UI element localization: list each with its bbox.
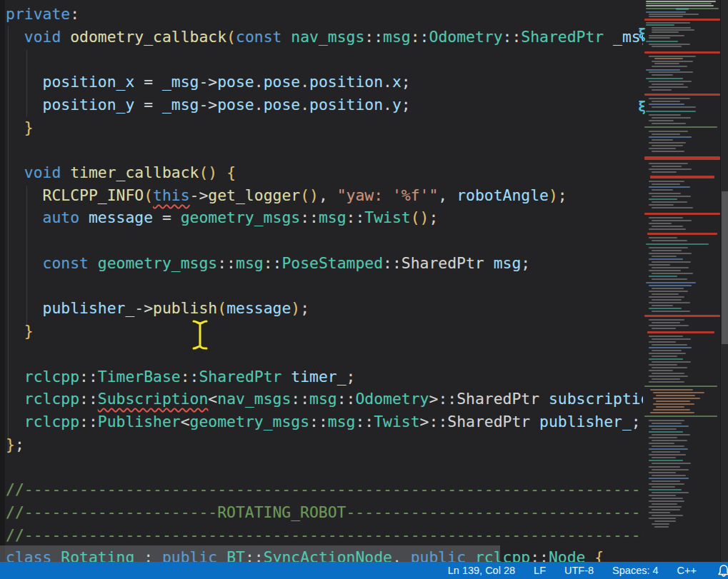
code-line[interactable]: position_x = _msg->pose.pose.position.x; [6,71,643,94]
minimap-line [652,378,680,380]
minimap-line [649,483,684,485]
code-line[interactable]: }; [6,433,643,456]
minimap-line [652,256,677,257]
code-line[interactable] [6,229,643,252]
code-line[interactable]: //---------------------ROTATING_ROBOT---… [6,501,643,524]
minimap-line [652,101,680,102]
minimap-line [649,341,676,343]
code-line[interactable]: RCLCPP_INFO(this->get_logger(), "yaw: '%… [6,184,643,207]
minimap-line [644,386,717,387]
code-line[interactable]: void odometry_callback(const nav_msgs::m… [6,26,643,49]
code-line[interactable]: position_y = _msg->pose.pose.position.y; [6,94,643,116]
minimap-line [653,409,690,411]
minimap-line [649,376,688,377]
code-line[interactable]: publisher_->publish(message); [6,297,643,320]
code-line[interactable]: void timer_callback() { [6,161,643,184]
minimap-line [649,131,688,132]
minimap-line [649,296,684,298]
minimap-line [652,145,683,146]
statusbar-item-line-col[interactable]: Ln 139, Col 28 [448,565,515,576]
code-line[interactable]: auto message = geometry_msgs::msg::Twist… [6,206,643,229]
minimap-line [649,114,681,116]
minimap-line [649,291,688,292]
code-line[interactable]: const geometry_msgs::msg::PoseStamped::S… [6,252,643,275]
minimap-line [649,168,692,170]
gutter-edge [0,0,5,562]
minimap-line [652,267,689,268]
minimap-line [652,498,683,499]
minimap-line [649,186,690,188]
code-line[interactable]: rclcpp::TimerBase::SharedPtr timer_; [6,366,643,388]
minimap-line [649,506,682,508]
minimap-line [649,228,686,230]
code-line[interactable] [6,48,643,71]
statusbar-item-eol[interactable]: LF [534,565,546,576]
code-line[interactable] [6,139,643,161]
minimap-line [646,24,674,26]
minimap-line [649,478,689,479]
minimap-line [649,426,689,427]
minimap-line [649,302,690,303]
minimap-line [644,315,720,317]
minimap-line [652,356,677,357]
minimap-line [649,443,674,444]
minimap-line [649,319,684,321]
minimap-line [652,29,694,31]
minimap-line [649,163,688,164]
statusbar-item-indentation[interactable]: Spaces: 4 [612,565,659,576]
minimap-line [652,207,693,208]
minimap-line [652,220,692,221]
mouse-cursor-ibeam [191,318,209,351]
scrollbar-thumb[interactable] [722,191,728,344]
minimap-line [652,486,675,488]
minimap-line [649,217,683,218]
minimap[interactable]: ξξ [644,0,720,562]
minimap-line [649,454,686,455]
minimap-line [652,434,690,435]
minimap-line [649,285,692,286]
minimap-line [649,198,677,200]
code-line[interactable]: private: [6,3,643,26]
minimap-line [654,63,679,64]
minimap-line [652,74,673,76]
minimap-line [650,412,694,413]
editor-scrollbar[interactable] [720,0,728,562]
minimap-line [652,31,679,33]
code-line[interactable] [6,343,643,366]
code-line[interactable] [6,275,643,298]
minimap-line [649,512,670,513]
code-line[interactable]: rclcpp::Subscription<nav_msgs::msg::Odom… [6,388,643,411]
minimap-line [649,104,684,105]
statusbar-item-language[interactable]: C++ [677,565,697,576]
code-line[interactable]: } [6,116,643,139]
minimap-line [653,398,700,399]
code-line[interactable]: //--------------------------------------… [6,478,643,501]
minimap-line [649,336,683,337]
minimap-line [649,448,688,450]
minimap-line [649,353,686,354]
minimap-line [652,106,696,108]
minimap-line [656,406,684,408]
code-line[interactable]: rclcpp::Publisher<geometry_msgs::msg::Tw… [6,411,643,433]
statusbar-item-encoding[interactable]: UTF-8 [564,565,594,576]
minimap-line [652,509,680,510]
notifications-bell-icon[interactable] [716,563,728,578]
code-line[interactable]: } [6,320,643,343]
minimap-line [652,428,677,430]
code-area[interactable]: private: void odometry_callback(const na… [6,3,643,567]
minimap-line [652,134,680,135]
minimap-line [649,142,686,144]
minimap-line [646,282,696,283]
minimap-line [652,273,693,274]
minimap-line [646,1,716,2]
minimap-line [652,469,689,470]
minimap-line [649,431,683,433]
minimap-line [652,288,684,289]
code-line[interactable] [6,455,643,478]
minimap-line [649,204,674,206]
code-line[interactable]: //--------------------------------------… [6,524,643,547]
minimap-line [652,61,693,62]
minimap-line [646,41,678,42]
minimap-line [647,233,717,235]
minimap-line [652,322,680,323]
